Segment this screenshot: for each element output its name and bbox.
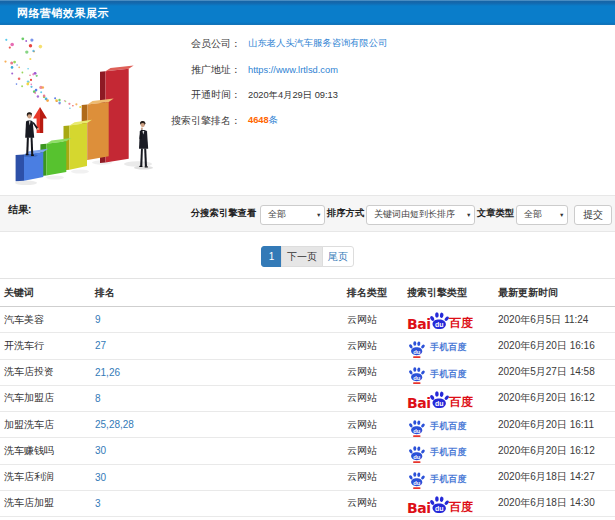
- baidu-cn-text: 百度: [449, 396, 473, 409]
- article-type-value: 全部: [517, 208, 559, 221]
- baidu-cn-text: 百度: [449, 501, 473, 514]
- updated-cell: 2020年5月27日 14:58: [494, 359, 615, 385]
- rank-cell: 9: [91, 307, 343, 333]
- col-header-rank: 排名: [91, 279, 343, 307]
- rankings-table: 关键词 排名 排名类型 搜索引擎类型 最新更新时间 汽车美容9云网站Baidu百…: [0, 278, 615, 517]
- mobile-baidu-logo: du手机百度: [407, 416, 467, 434]
- page-title: 网络营销效果展示: [17, 6, 109, 21]
- keyword-cell: 汽车加盟店: [0, 385, 91, 411]
- mobile-baidu-paw-icon: du: [409, 367, 425, 384]
- dropdown-arrow-icon: ▼: [466, 212, 474, 218]
- col-header-engine-type: 搜索引擎类型: [403, 279, 494, 307]
- engine-cell: du手机百度: [403, 359, 494, 385]
- rankings-tbody: 汽车美容9云网站Baidu百度2020年6月5日 11:24开洗车行27云网站d…: [0, 307, 615, 517]
- keyword-cell: 洗车店加盟: [0, 490, 91, 516]
- rank-cell: 30: [91, 464, 343, 490]
- engine-cell: du手机百度: [403, 438, 494, 464]
- rank-type-cell: 云网站: [343, 359, 403, 385]
- rank-cell: 21,26: [91, 359, 343, 385]
- next-page-button[interactable]: 下一页: [281, 246, 323, 267]
- engine-cell: Baidu百度: [403, 307, 494, 333]
- rank-cell: 8: [91, 385, 343, 411]
- svg-text:du: du: [413, 348, 421, 354]
- table-row: 洗车店加盟3云网站Baidu百度2020年6月18日 14:30: [0, 490, 615, 516]
- updated-cell: 2020年6月20日 16:12: [494, 385, 615, 411]
- keyword-cell: 洗车店利润: [0, 464, 91, 490]
- engine-cell: Baidu百度: [403, 385, 494, 411]
- keyword-cell: 洗车店投资: [0, 359, 91, 385]
- baidu-cn-text: 百度: [449, 317, 473, 330]
- rank-type-cell: 云网站: [343, 490, 403, 516]
- rank-count-row: 搜索引擎排名： 4648条: [0, 108, 600, 134]
- svg-text:du: du: [413, 480, 421, 486]
- last-page-button[interactable]: 尾页: [322, 246, 354, 267]
- mobile-baidu-logo: du手机百度: [407, 442, 467, 460]
- engine-filter-select[interactable]: 全部 ▼: [260, 205, 325, 225]
- site-row: 推广地址： https://www.lrtlsd.com: [0, 57, 600, 83]
- submit-button[interactable]: 提交: [574, 205, 612, 225]
- svg-text:du: du: [413, 375, 421, 381]
- svg-text:du: du: [435, 321, 444, 328]
- updated-cell: 2020年6月18日 14:27: [494, 464, 615, 490]
- rank-count-label: 搜索引擎排名：: [0, 114, 241, 128]
- sort-label: 排序方式: [327, 207, 364, 220]
- filter-bar: 结果: 分搜索引擎查看 全部 ▼ 排序方式 关键词由短到长排序 ▼ 文章类型 全…: [0, 195, 615, 232]
- company-row: 会员公司： 山东老人头汽车服务咨询有限公司: [0, 31, 600, 57]
- engine-cell: du手机百度: [403, 333, 494, 359]
- sort-select[interactable]: 关键词由短到长排序 ▼: [366, 205, 475, 225]
- rank-cell: 3: [91, 490, 343, 516]
- company-value[interactable]: 山东老人头汽车服务咨询有限公司: [248, 37, 387, 50]
- app-header: 网络营销效果展示: [0, 0, 615, 25]
- mobile-baidu-logo: du手机百度: [407, 337, 467, 355]
- baidu-paw-icon: du: [430, 312, 449, 329]
- dropdown-arrow-icon: ▼: [316, 212, 324, 218]
- sort-value: 关键词由短到长排序: [367, 208, 466, 221]
- dropdown-arrow-icon: ▼: [559, 212, 567, 218]
- mobile-baidu-logo: du手机百度: [407, 363, 467, 381]
- article-type-select[interactable]: 全部 ▼: [516, 205, 568, 225]
- rank-type-cell: 云网站: [343, 412, 403, 438]
- rank-type-cell: 云网站: [343, 307, 403, 333]
- updated-cell: 2020年6月20日 16:16: [494, 333, 615, 359]
- rank-type-cell: 云网站: [343, 464, 403, 490]
- baidu-paw-icon: du: [430, 496, 449, 513]
- updated-cell: 2020年6月5日 11:24: [494, 307, 615, 333]
- mobile-baidu-text: 手机百度: [430, 474, 467, 485]
- rank-type-cell: 云网站: [343, 438, 403, 464]
- updated-cell: 2020年6月20日 16:12: [494, 438, 615, 464]
- mobile-baidu-text: 手机百度: [430, 342, 467, 353]
- mobile-baidu-logo: du手机百度: [407, 468, 467, 486]
- engine-cell: du手机百度: [403, 412, 494, 438]
- baidu-logo: Baidu百度: [407, 310, 474, 329]
- rank-count-value: 4648: [248, 115, 269, 125]
- baidu-logo: Baidu百度: [407, 389, 474, 408]
- col-header-updated: 最新更新时间: [494, 279, 615, 307]
- engine-cell: Baidu百度: [403, 490, 494, 516]
- site-url-link[interactable]: https://www.lrtlsd.com: [248, 65, 338, 75]
- col-header-keyword: 关键词: [0, 279, 91, 307]
- keyword-cell: 加盟洗车店: [0, 412, 91, 438]
- baidu-latin-text: Bai: [407, 502, 431, 515]
- updated-cell: 2020年6月20日 16:11: [494, 412, 615, 438]
- col-header-rank-type: 排名类型: [343, 279, 403, 307]
- table-row: 洗车店投资21,26云网站du手机百度2020年5月27日 14:58: [0, 359, 615, 385]
- baidu-logo: Baidu百度: [407, 494, 474, 513]
- updated-cell: 2020年6月18日 14:30: [494, 490, 615, 516]
- baidu-paw-icon: du: [430, 391, 449, 408]
- mobile-baidu-paw-icon: du: [409, 420, 425, 437]
- rank-cell: 30: [91, 438, 343, 464]
- pagination: 1 下一页 尾页: [0, 246, 615, 267]
- keyword-cell: 开洗车行: [0, 333, 91, 359]
- open-time-row: 开通时间： 2020年4月29日 09:13: [0, 82, 600, 108]
- table-row: 洗车赚钱吗30云网站du手机百度2020年6月20日 16:12: [0, 438, 615, 464]
- result-label: 结果:: [8, 204, 31, 216]
- baidu-latin-text: Bai: [407, 397, 431, 410]
- mobile-baidu-paw-icon: du: [409, 341, 425, 358]
- member-info-panel: 会员公司： 山东老人头汽车服务咨询有限公司 推广地址： https://www.…: [0, 31, 600, 133]
- rank-type-cell: 云网站: [343, 333, 403, 359]
- engine-cell: du手机百度: [403, 464, 494, 490]
- page-1-button[interactable]: 1: [261, 246, 282, 267]
- svg-text:du: du: [413, 427, 421, 433]
- rank-cell: 27: [91, 333, 343, 359]
- article-type-label: 文章类型: [477, 207, 514, 220]
